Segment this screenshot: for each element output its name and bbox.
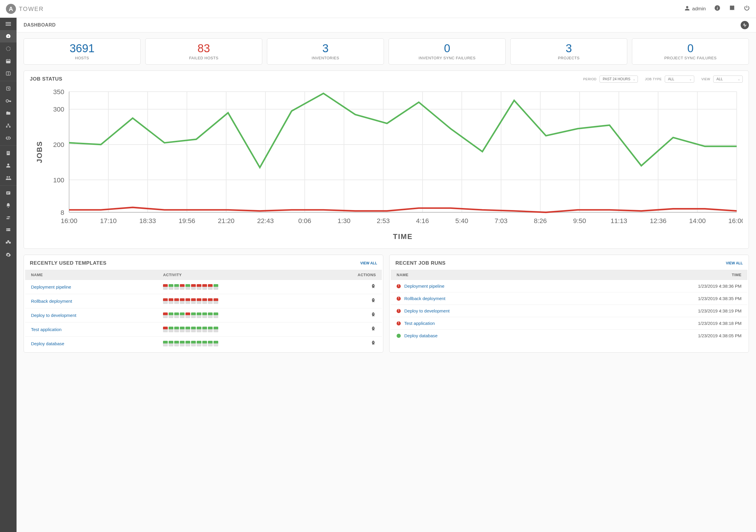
nav-credentials[interactable] <box>0 95 16 107</box>
summary-card[interactable]: 3691 HOSTS <box>24 38 141 64</box>
jobs-table: NAME TIME Deployment pipeline 1/23/2019 … <box>391 270 747 342</box>
template-link[interactable]: Deployment pipeline <box>31 285 71 290</box>
summary-card[interactable]: 3 PROJECTS <box>510 38 627 64</box>
summary-card[interactable]: 3 INVENTORIES <box>267 38 384 64</box>
launch-icon[interactable] <box>371 341 376 347</box>
svg-rect-22 <box>9 153 9 153</box>
launch-icon[interactable] <box>371 313 376 318</box>
nav-management-jobs[interactable] <box>0 212 16 224</box>
svg-point-30 <box>7 229 8 229</box>
svg-text:19:56: 19:56 <box>179 217 195 224</box>
svg-point-5 <box>6 47 10 51</box>
nav-schedules[interactable] <box>0 55 16 67</box>
templates-col-name: NAME <box>25 270 157 280</box>
nav-inventories[interactable] <box>0 119 16 132</box>
nav-dashboard[interactable] <box>0 30 16 42</box>
nav-credential-types[interactable] <box>0 187 16 199</box>
activity-block <box>191 327 196 332</box>
launch-icon[interactable] <box>371 284 376 290</box>
docs-icon[interactable] <box>729 5 735 13</box>
activity-block <box>197 298 202 304</box>
svg-rect-19 <box>7 152 8 153</box>
svg-rect-33 <box>9 242 11 244</box>
activity-sparkline <box>163 341 306 346</box>
line-chart: 810020030035016:0017:1018:3319:5621:2022… <box>30 86 743 242</box>
job-status-title: JOB STATUS <box>30 76 62 82</box>
job-time: 1/23/2019 4:38:05 PM <box>583 330 747 342</box>
activity-block <box>213 298 218 304</box>
nav-portal[interactable] <box>0 67 16 80</box>
activity-block <box>202 313 207 318</box>
template-link[interactable]: Deploy database <box>31 341 65 346</box>
nav-organizations[interactable] <box>0 147 16 159</box>
launch-icon[interactable] <box>371 327 376 333</box>
summary-card[interactable]: 0 INVENTORY SYNC FAILURES <box>389 38 505 64</box>
nav-jobs[interactable] <box>0 42 16 55</box>
svg-point-14 <box>6 100 9 102</box>
nav-users[interactable] <box>0 159 16 172</box>
jobs-view-all-link[interactable]: VIEW ALL <box>726 261 743 265</box>
template-link[interactable]: Rollback deployment <box>31 299 72 304</box>
templates-view-all-link[interactable]: VIEW ALL <box>360 261 377 265</box>
job-time: 1/23/2019 4:38:19 PM <box>583 305 747 317</box>
period-select[interactable]: PAST 24 HOURS⌄ <box>600 76 638 83</box>
view-select[interactable]: ALL⌄ <box>713 76 743 83</box>
info-icon[interactable]: i <box>714 5 720 13</box>
activity-block <box>197 341 202 346</box>
job-link[interactable]: Rollback deployment <box>404 296 445 301</box>
summary-card[interactable]: 0 PROJECT SYNC FAILURES <box>632 38 749 64</box>
card-label: FAILED HOSTS <box>148 56 259 60</box>
svg-text:11:13: 11:13 <box>610 217 627 224</box>
job-link[interactable]: Deploy to development <box>404 308 449 313</box>
activity-block <box>202 327 207 332</box>
power-icon[interactable] <box>743 5 750 13</box>
svg-point-23 <box>7 176 8 178</box>
job-time: 1/23/2019 4:38:35 PM <box>583 292 747 305</box>
svg-rect-3 <box>6 24 11 24</box>
nav-notifications[interactable] <box>0 199 16 212</box>
breadcrumb: DASHBOARD <box>16 18 756 33</box>
card-value: 0 <box>635 43 746 54</box>
activity-block <box>185 298 190 304</box>
nav-settings[interactable] <box>0 249 16 261</box>
svg-text:5:40: 5:40 <box>455 217 468 224</box>
svg-point-24 <box>9 176 10 178</box>
brand-logo: A <box>6 4 16 14</box>
activity-block <box>197 313 202 318</box>
view-label: VIEW <box>701 77 710 81</box>
svg-rect-26 <box>7 192 10 193</box>
nav-inventory-scripts[interactable] <box>0 132 16 144</box>
job-type-select[interactable]: ALL⌄ <box>665 76 694 83</box>
table-row: Rollback deployment 1/23/2019 4:38:35 PM <box>391 292 747 305</box>
template-link[interactable]: Deploy to development <box>31 313 76 318</box>
table-row: Test application <box>25 322 382 336</box>
nav-projects[interactable] <box>0 107 16 119</box>
card-value: 3691 <box>27 43 137 54</box>
activity-stream-icon[interactable] <box>741 21 749 29</box>
job-status-filters: PERIOD PAST 24 HOURS⌄ JOB TYPE ALL⌄ VIEW… <box>583 76 743 83</box>
activity-block <box>208 327 213 332</box>
svg-text:7:03: 7:03 <box>495 217 508 224</box>
table-row: Deployment pipeline 1/23/2019 4:38:36 PM <box>391 280 747 292</box>
nav-templates[interactable] <box>0 82 16 95</box>
summary-card[interactable]: 83 FAILED HOSTS <box>145 38 262 64</box>
job-time: 1/23/2019 4:38:36 PM <box>583 280 747 292</box>
job-link[interactable]: Deployment pipeline <box>404 284 445 289</box>
nav-applications[interactable] <box>0 236 16 249</box>
activity-sparkline <box>163 284 306 290</box>
template-link[interactable]: Test application <box>31 327 62 332</box>
status-dot-icon <box>397 284 401 288</box>
user-menu[interactable]: admin <box>685 6 706 13</box>
table-row: Deploy database <box>25 336 382 350</box>
card-label: PROJECT SYNC FAILURES <box>635 56 746 60</box>
activity-block <box>180 298 185 304</box>
templates-title: RECENTLY USED TEMPLATES <box>30 260 107 266</box>
job-link[interactable]: Test application <box>404 321 435 326</box>
svg-rect-17 <box>9 126 11 127</box>
nav-menu-toggle[interactable] <box>0 18 16 30</box>
nav-teams[interactable] <box>0 172 16 184</box>
svg-text:14:00: 14:00 <box>689 217 706 224</box>
launch-icon[interactable] <box>371 298 376 304</box>
job-link[interactable]: Deploy database <box>404 333 438 338</box>
nav-instance-groups[interactable] <box>0 224 16 236</box>
